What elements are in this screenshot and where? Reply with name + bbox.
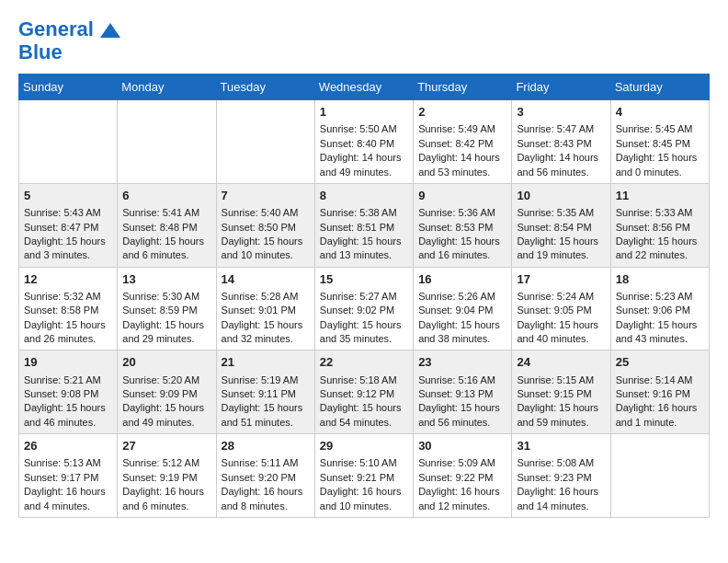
day-number: 13 [122,271,210,288]
day-number: 24 [517,354,605,371]
day-info-line: Sunset: 9:20 PM [222,471,310,485]
calendar-cell: 23Sunrise: 5:16 AMSunset: 9:13 PMDayligh… [414,350,512,434]
day-info-line: Sunset: 8:51 PM [320,221,408,235]
day-info-line: Sunset: 9:09 PM [122,387,210,401]
day-info-line: Daylight: 15 hours [517,401,605,415]
calendar-week-row: 5Sunrise: 5:43 AMSunset: 8:47 PMDaylight… [19,183,710,267]
day-info-line: Sunrise: 5:11 AM [222,456,310,470]
day-info-line: Daylight: 15 hours [24,235,112,248]
col-header-tuesday: Tuesday [216,75,314,100]
calendar-cell: 13Sunrise: 5:30 AMSunset: 8:59 PMDayligh… [118,267,216,350]
day-info-line: and 32 minutes. [222,332,310,346]
day-info-line: Sunset: 9:23 PM [517,471,605,485]
day-info-line: Sunset: 9:19 PM [122,471,210,485]
day-info-line: Daylight: 16 hours [222,485,310,499]
calendar-cell: 24Sunrise: 5:15 AMSunset: 9:15 PMDayligh… [512,350,610,434]
day-info-line: and 4 minutes. [24,500,112,513]
day-info-line: Sunset: 8:50 PM [222,221,310,235]
day-info-line: Sunset: 9:21 PM [320,471,408,485]
calendar-cell: 3Sunrise: 5:47 AMSunset: 8:43 PMDaylight… [512,100,610,184]
col-header-sunday: Sunday [19,75,118,100]
day-number: 8 [320,188,408,204]
day-info-line: Daylight: 15 hours [517,318,605,332]
day-number: 6 [122,188,210,204]
day-info-line: Sunset: 8:59 PM [122,304,210,317]
day-number: 21 [222,354,310,371]
day-info-line: Daylight: 15 hours [122,235,210,248]
day-info-line: Sunrise: 5:19 AM [222,373,310,387]
calendar-week-row: 19Sunrise: 5:21 AMSunset: 9:08 PMDayligh… [19,350,710,434]
day-info-line: and 14 minutes. [517,500,605,513]
day-number: 28 [222,438,310,454]
calendar-cell: 17Sunrise: 5:24 AMSunset: 9:05 PMDayligh… [512,267,610,350]
day-info-line: Sunset: 8:40 PM [320,137,408,151]
calendar-cell: 26Sunrise: 5:13 AMSunset: 9:17 PMDayligh… [19,434,118,518]
day-info-line: Daylight: 15 hours [222,401,310,415]
day-info-line: Sunrise: 5:10 AM [320,456,408,470]
calendar-cell: 8Sunrise: 5:38 AMSunset: 8:51 PMDaylight… [314,183,413,267]
day-info-line: Daylight: 15 hours [418,401,506,415]
day-info-line: Daylight: 15 hours [222,235,310,248]
day-number: 11 [616,188,704,204]
day-info-line: Sunset: 9:22 PM [418,471,506,485]
day-number: 17 [517,271,605,288]
day-info-line: Daylight: 16 hours [517,485,605,499]
calendar-cell: 20Sunrise: 5:20 AMSunset: 9:09 PMDayligh… [118,350,216,434]
day-info-line: Sunset: 9:04 PM [418,304,506,317]
day-number: 3 [517,104,605,121]
col-header-saturday: Saturday [610,75,709,100]
day-info-line: and 46 minutes. [24,416,112,430]
day-info-line: Daylight: 15 hours [418,235,506,248]
day-info-line: and 19 minutes. [517,248,605,262]
day-info-line: and 40 minutes. [517,332,605,346]
day-info-line: Sunset: 9:02 PM [320,304,408,317]
col-header-friday: Friday [512,75,610,100]
day-info-line: and 35 minutes. [320,332,408,346]
day-info-line: Sunrise: 5:36 AM [418,206,506,220]
calendar-cell: 29Sunrise: 5:10 AMSunset: 9:21 PMDayligh… [314,434,413,518]
calendar-week-row: 26Sunrise: 5:13 AMSunset: 9:17 PMDayligh… [19,434,710,518]
day-info-line: and 10 minutes. [222,248,310,262]
day-info-line: Daylight: 15 hours [616,151,704,165]
calendar-cell: 5Sunrise: 5:43 AMSunset: 8:47 PMDaylight… [19,183,118,267]
day-info-line: Sunrise: 5:38 AM [320,206,408,220]
day-info-line: Sunset: 9:15 PM [517,387,605,401]
day-info-line: Daylight: 15 hours [122,401,210,415]
day-info-line: and 51 minutes. [222,416,310,430]
day-info-line: Daylight: 15 hours [122,318,210,332]
day-info-line: and 6 minutes. [122,500,210,513]
day-number: 10 [517,188,605,204]
day-info-line: Sunrise: 5:35 AM [517,206,605,220]
day-number: 18 [616,271,704,288]
day-info-line: and 49 minutes. [122,416,210,430]
day-number: 30 [418,438,506,454]
day-info-line: Sunrise: 5:16 AM [418,373,506,387]
logo-text: General [18,18,121,40]
day-info-line: Daylight: 15 hours [320,235,408,248]
calendar-cell: 16Sunrise: 5:26 AMSunset: 9:04 PMDayligh… [414,267,512,350]
day-info-line: Sunrise: 5:15 AM [517,373,605,387]
day-info-line: Sunrise: 5:20 AM [122,373,210,387]
day-info-line: Daylight: 16 hours [418,485,506,499]
logo: General Blue [18,18,121,64]
day-info-line: Sunset: 8:48 PM [122,221,210,235]
day-info-line: and 56 minutes. [418,416,506,430]
calendar-cell [216,100,314,184]
day-info-line: and 10 minutes. [320,500,408,513]
day-info-line: Daylight: 14 hours [320,151,408,165]
day-info-line: Sunset: 9:16 PM [616,387,704,401]
day-info-line: Sunrise: 5:08 AM [517,456,605,470]
day-info-line: Daylight: 14 hours [517,151,605,165]
day-number: 27 [122,438,210,454]
col-header-monday: Monday [118,75,216,100]
day-info-line: Sunset: 9:13 PM [418,387,506,401]
page-header: General Blue [18,18,710,64]
day-info-line: Sunset: 8:43 PM [517,137,605,151]
day-info-line: Sunrise: 5:47 AM [517,122,605,136]
day-info-line: Daylight: 16 hours [24,485,112,499]
day-info-line: Sunset: 9:17 PM [24,471,112,485]
logo-general: General [18,17,94,40]
calendar-cell: 21Sunrise: 5:19 AMSunset: 9:11 PMDayligh… [216,350,314,434]
day-info-line: Daylight: 16 hours [616,401,704,415]
day-info-line: Daylight: 15 hours [517,235,605,248]
